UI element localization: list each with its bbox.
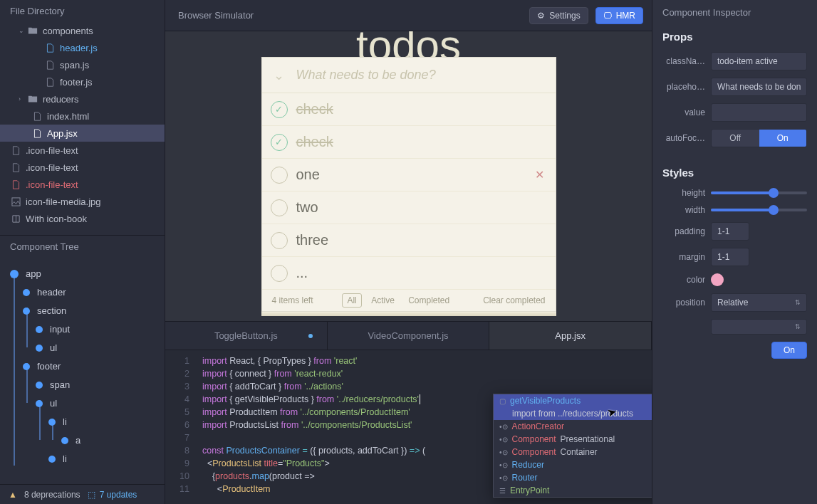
- position-select[interactable]: Relative⇅: [711, 293, 807, 312]
- todo-new-input[interactable]: ⌄What needs to be done?: [262, 58, 556, 93]
- checkbox-icon[interactable]: [271, 199, 288, 216]
- style-label: margin: [662, 252, 705, 262]
- file-icon: [44, 61, 56, 70]
- component-tree: app header section input ul footer span …: [0, 258, 165, 485]
- node-section[interactable]: section: [10, 302, 165, 320]
- todo-item[interactable]: three: [262, 224, 556, 257]
- delete-icon[interactable]: ✕: [535, 168, 544, 182]
- prop-label: autoFoc…: [662, 133, 705, 143]
- file-footer-js[interactable]: footer.js: [0, 73, 165, 90]
- clear-completed[interactable]: Clear completed: [483, 295, 545, 305]
- file-icon: [10, 146, 21, 155]
- todo-item[interactable]: ✓check: [262, 93, 556, 126]
- symbol-icon: ▢: [499, 397, 506, 405]
- node-ul-2[interactable]: ul: [10, 394, 165, 413]
- checkbox-icon[interactable]: ✓: [271, 134, 288, 151]
- checkbox-icon[interactable]: ✓: [271, 101, 288, 118]
- file-directory-title: File Directory: [0, 0, 165, 22]
- node-header[interactable]: header: [10, 283, 165, 302]
- filter-active[interactable]: Active: [367, 294, 399, 307]
- prop-placeholder-input[interactable]: [711, 78, 807, 96]
- todo-item[interactable]: ✓check: [262, 126, 556, 159]
- suggest-item[interactable]: •⊙ComponentPresentational: [494, 433, 652, 446]
- modified-dot-icon: [308, 334, 313, 338]
- folder-components[interactable]: ⌄components: [0, 22, 165, 39]
- node-span[interactable]: span: [10, 376, 165, 394]
- prop-classname-input[interactable]: [711, 52, 807, 70]
- symbol-icon: ☰: [499, 487, 506, 495]
- folder-reducers[interactable]: ›reducers: [0, 90, 165, 107]
- autocomplete-popup[interactable]: ▢getVisibleProducts import from ../reduc…: [493, 394, 652, 498]
- tab-video-component[interactable]: VideoComponent.js: [328, 322, 490, 350]
- folder-icon: [27, 26, 38, 36]
- prop-value-input[interactable]: [711, 103, 807, 122]
- node-li-2[interactable]: li: [10, 450, 165, 468]
- file-media[interactable]: icon-file-media.jpg: [0, 193, 165, 210]
- updates-link[interactable]: ⬚7 updates: [88, 490, 137, 500]
- file-icon-text-2[interactable]: .icon-file-text: [0, 159, 165, 176]
- node-ul-1[interactable]: ul: [10, 339, 165, 357]
- todo-item[interactable]: one✕: [262, 159, 556, 191]
- checkbox-icon[interactable]: [271, 265, 288, 282]
- toggle-all-icon[interactable]: ⌄: [262, 68, 296, 83]
- height-slider[interactable]: [711, 191, 807, 194]
- node-input[interactable]: input: [10, 320, 165, 339]
- gutter: 1234567891011: [165, 350, 197, 504]
- style-on-button[interactable]: On: [771, 342, 807, 359]
- width-slider[interactable]: [711, 209, 807, 211]
- gear-icon: ⚙: [537, 11, 545, 21]
- checkbox-icon[interactable]: [271, 167, 288, 184]
- file-icon-text-1[interactable]: .icon-file-text: [0, 142, 165, 159]
- node-app[interactable]: app: [10, 265, 165, 283]
- symbol-icon: •⊙: [499, 436, 508, 443]
- node-li-1[interactable]: li: [10, 413, 165, 431]
- file-icon: [31, 112, 43, 121]
- tab-app-jsx[interactable]: App.jsx: [489, 322, 652, 350]
- file-icon: [44, 43, 56, 53]
- color-swatch[interactable]: [711, 273, 724, 286]
- warning-icon: ▲: [9, 490, 17, 500]
- chevron-updown-icon: ⇅: [795, 323, 801, 330]
- file-header-js[interactable]: header.js: [0, 39, 165, 56]
- simulator-stage: todos ⌄What needs to be done? ✓check ✓ch…: [165, 31, 652, 322]
- status-bar: ▲ 8 deprecations ⬚7 updates: [0, 484, 165, 504]
- hmr-button[interactable]: 🖵HMR: [595, 7, 643, 24]
- component-tree-title: Component Tree: [0, 235, 165, 258]
- checkbox-icon[interactable]: [271, 232, 288, 249]
- file-span-js[interactable]: span.js: [0, 56, 165, 73]
- suggest-item[interactable]: ☰EntryPoint: [494, 484, 652, 497]
- symbol-icon: •⊙: [499, 461, 508, 469]
- todo-app: ⌄What needs to be done? ✓check ✓check on…: [261, 57, 556, 312]
- suggest-item[interactable]: •⊙ActionCreator: [494, 420, 652, 433]
- extra-select[interactable]: ⇅: [711, 319, 807, 335]
- node-footer[interactable]: footer: [10, 357, 165, 376]
- code-editor[interactable]: 1234567891011 import React, { PropTypes …: [165, 350, 652, 504]
- file-icon: [31, 129, 43, 138]
- suggest-item[interactable]: ▢getVisibleProducts: [494, 394, 652, 407]
- file-icon-text-3[interactable]: .icon-file-text: [0, 176, 165, 193]
- file-book[interactable]: With icon-book: [0, 210, 165, 227]
- file-icon: [44, 78, 56, 87]
- filter-completed[interactable]: Completed: [404, 294, 454, 307]
- settings-button[interactable]: ⚙Settings: [529, 7, 588, 24]
- suggest-item[interactable]: •⊙Reducer: [494, 458, 652, 471]
- chevron-down-icon: ⌄: [19, 27, 27, 34]
- toggle-on[interactable]: On: [759, 130, 807, 147]
- deprecations-count[interactable]: 8 deprecations: [24, 490, 80, 500]
- tab-toggle-button[interactable]: ToggleButton.js: [165, 322, 328, 350]
- chevron-updown-icon: ⇅: [795, 299, 801, 306]
- style-label: padding: [662, 226, 705, 236]
- margin-input[interactable]: [711, 248, 749, 266]
- editor-tabs: ToggleButton.js VideoComponent.js App.js…: [165, 322, 652, 350]
- todo-item[interactable]: ...: [262, 257, 556, 290]
- toggle-off[interactable]: Off: [712, 130, 759, 147]
- autofocus-toggle[interactable]: OffOn: [711, 129, 807, 147]
- padding-input[interactable]: [711, 222, 749, 241]
- suggest-item[interactable]: •⊙ComponentContainer: [494, 446, 652, 458]
- filter-all[interactable]: All: [342, 293, 361, 308]
- todo-item[interactable]: two: [262, 191, 556, 224]
- node-a[interactable]: a: [10, 431, 165, 450]
- suggest-item[interactable]: •⊙Router: [494, 471, 652, 484]
- file-app-jsx[interactable]: App.jsx: [0, 125, 165, 142]
- file-index-html[interactable]: index.html: [0, 107, 165, 125]
